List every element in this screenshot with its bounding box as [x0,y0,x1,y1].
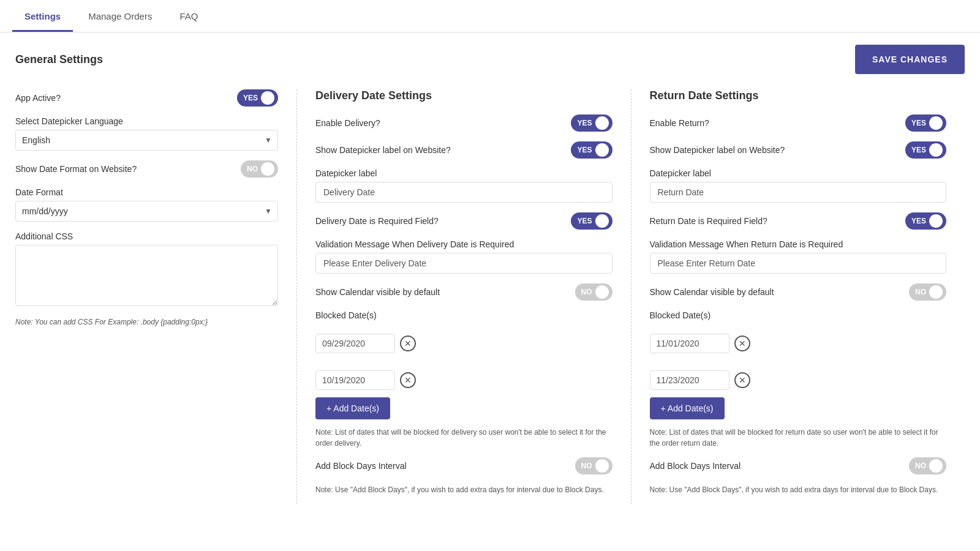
return-blocked-date-row-1: ✕ [650,370,947,390]
delivery-datepicker-label-group: Datepicker label [315,168,612,203]
delivery-remove-date-1[interactable]: ✕ [400,372,416,388]
return-datepicker-label-label: Datepicker label [650,168,947,178]
return-validation-message-input[interactable] [650,253,947,274]
return-required-field-label: Return Date is Required Field? [650,216,767,226]
return-datepicker-label-group: Datepicker label [650,168,947,203]
delivery-show-calendar-toggle[interactable]: NO [575,283,612,301]
app-active-toggle-label: YES [243,94,258,102]
delivery-required-field-row: Delivery Date is Required Field? YES [315,212,612,230]
delivery-blocked-dates-label: Blocked Date(s) [315,310,612,320]
delivery-validation-message-group: Validation Message When Delivery Date is… [315,239,612,274]
delivery-show-datepicker-label: Show Datepicker label on Website? [315,145,451,155]
tab-faq[interactable]: FAQ [167,0,210,32]
datepicker-language-select-wrapper: English Spanish French German ▼ [15,130,278,151]
return-blocked-dates-note: Note: List of dates that will be blocked… [650,427,947,449]
delivery-add-dates-button[interactable]: + Add Date(s) [315,397,390,419]
general-settings-title: General Settings [15,53,103,66]
return-required-field-row: Return Date is Required Field? YES [650,212,947,230]
return-validation-message-label: Validation Message When Return Date is R… [650,239,947,249]
return-blocked-date-input-1[interactable] [650,370,729,390]
app-active-toggle-circle [261,91,274,105]
date-format-select[interactable]: mm/dd/yyyy dd/mm/yyyy yyyy/mm/dd [15,201,278,222]
delivery-blocked-date-row-0: ✕ [315,334,612,353]
left-column: App Active? YES Select Datepicker Langua… [15,89,297,504]
return-show-datepicker-label: Show Datepicker label on Website? [650,145,785,155]
delivery-show-datepicker-label-toggle[interactable]: YES [571,141,612,159]
additional-css-label: Additional CSS [15,231,278,241]
datepicker-language-group: Select Datepicker Language English Spani… [15,116,278,151]
datepicker-language-label: Select Datepicker Language [15,116,278,126]
delivery-block-days-note: Note: Use "Add Block Days", if you wish … [315,484,612,495]
delivery-validation-message-label: Validation Message When Delivery Date is… [315,239,612,249]
enable-delivery-label: Enable Delivery? [315,118,380,128]
columns-wrapper: App Active? YES Select Datepicker Langua… [15,89,965,504]
return-block-days-note: Note: Use "Add Block Days", if you wish … [650,484,947,495]
show-date-format-toggle[interactable]: NO [241,160,278,178]
enable-delivery-toggle[interactable]: YES [571,114,612,132]
additional-css-group: Additional CSS [15,231,278,308]
additional-css-textarea[interactable] [15,245,278,306]
delivery-section-title: Delivery Date Settings [315,89,612,102]
return-datepicker-label-input[interactable] [650,182,947,203]
tab-manage-orders[interactable]: Manage Orders [76,0,164,32]
delivery-blocked-date-row-1: ✕ [315,370,612,390]
delivery-required-field-toggle[interactable]: YES [571,212,612,230]
delivery-required-field-label: Delivery Date is Required Field? [315,216,439,226]
return-remove-date-0[interactable]: ✕ [734,335,750,351]
return-validation-message-group: Validation Message When Return Date is R… [650,239,947,274]
show-date-format-row: Show Date Format on Website? NO [15,160,278,178]
top-navigation: Settings Manage Orders FAQ [0,0,980,32]
return-add-block-days-toggle[interactable]: NO [909,457,946,474]
section-header: General Settings SAVE CHANGES [15,45,965,74]
return-show-calendar-row: Show Calendar visible by default NO [650,283,947,301]
return-show-calendar-toggle[interactable]: NO [909,283,946,301]
delivery-remove-date-0[interactable]: ✕ [400,335,416,351]
app-active-row: App Active? YES [15,89,278,107]
delivery-column: Delivery Date Settings Enable Delivery? … [297,89,631,504]
delivery-blocked-date-input-1[interactable] [315,370,395,390]
return-show-datepicker-label-toggle[interactable]: YES [905,141,946,159]
return-show-calendar-label: Show Calendar visible by default [650,287,774,297]
return-show-datepicker-label-row: Show Datepicker label on Website? YES [650,141,947,159]
app-active-label: App Active? [15,93,61,103]
return-blocked-date-row-0: ✕ [650,334,947,353]
date-format-select-wrapper: mm/dd/yyyy dd/mm/yyyy yyyy/mm/dd ▼ [15,201,278,222]
enable-return-label: Enable Return? [650,118,709,128]
return-blocked-dates-label: Blocked Date(s) [650,310,947,320]
css-note: Note: You can add CSS For Example: .body… [15,318,278,326]
show-date-format-toggle-circle [261,162,274,176]
return-add-block-days-row: Add Block Days Interval NO [650,457,947,474]
app-active-toggle[interactable]: YES [237,89,278,107]
delivery-show-datepicker-label-row: Show Datepicker label on Website? YES [315,141,612,159]
return-add-block-days-label: Add Block Days Interval [650,461,741,471]
return-remove-date-1[interactable]: ✕ [734,372,750,388]
show-date-format-toggle-label: NO [247,165,258,173]
tab-settings[interactable]: Settings [12,0,73,32]
return-column: Return Date Settings Enable Return? YES … [631,89,965,504]
date-format-label: Date Format [15,187,278,197]
enable-delivery-row: Enable Delivery? YES [315,114,612,132]
delivery-blocked-date-input-0[interactable] [315,334,395,353]
delivery-add-block-days-label: Add Block Days Interval [315,461,407,471]
delivery-show-calendar-row: Show Calendar visible by default NO [315,283,612,301]
delivery-show-calendar-label: Show Calendar visible by default [315,287,440,297]
return-blocked-date-input-0[interactable] [650,334,729,353]
return-add-dates-button[interactable]: + Add Date(s) [650,397,725,419]
save-changes-button[interactable]: SAVE CHANGES [855,45,965,74]
delivery-add-block-days-toggle[interactable]: NO [575,457,612,474]
enable-return-toggle[interactable]: YES [905,114,946,132]
return-section-title: Return Date Settings [650,89,947,102]
date-format-group: Date Format mm/dd/yyyy dd/mm/yyyy yyyy/m… [15,187,278,222]
delivery-validation-message-input[interactable] [315,253,612,274]
datepicker-language-select[interactable]: English Spanish French German [15,130,278,151]
delivery-add-block-days-row: Add Block Days Interval NO [315,457,612,474]
return-required-field-toggle[interactable]: YES [905,212,946,230]
delivery-datepicker-label-input[interactable] [315,182,612,203]
show-date-format-label: Show Date Format on Website? [15,164,137,174]
delivery-blocked-dates-note: Note: List of dates that will be blocked… [315,427,612,449]
enable-return-row: Enable Return? YES [650,114,947,132]
delivery-datepicker-label-label: Datepicker label [315,168,612,178]
main-content: General Settings SAVE CHANGES App Active… [0,32,980,516]
